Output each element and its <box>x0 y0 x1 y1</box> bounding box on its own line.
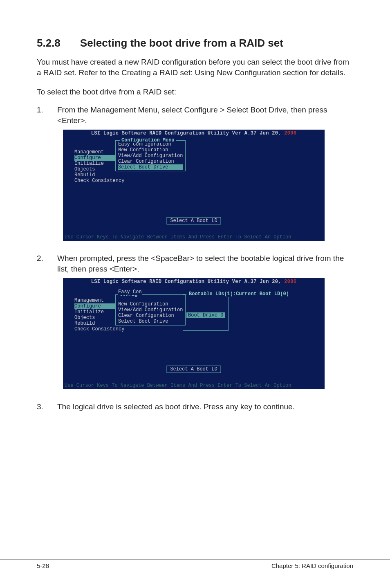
lead-paragraph: To select the boot drive from a RAID set… <box>37 87 353 97</box>
boot-panel-title: Bootable LDs(1):Current Boot LD(0) <box>187 291 291 297</box>
cfg-item-clear[interactable]: Clear Configuration <box>118 313 183 319</box>
bios-title-year: 2006 <box>281 279 297 285</box>
mgmt-item-check-consistency[interactable]: Check Consistency <box>74 178 124 184</box>
bootable-lds-panel: Bootable LDs(1):Current Boot LD(0) Boot … <box>183 294 229 331</box>
cfg-item-viewadd[interactable]: View/Add Configuration <box>118 307 183 313</box>
cfg-item-viewadd[interactable]: View/Add Configuration <box>118 153 183 159</box>
intro-paragraph: You must have created a new RAID configu… <box>37 57 353 78</box>
step-text: From the Management Menu, select Configu… <box>57 105 353 126</box>
cfg-item-new[interactable]: New Configuration <box>118 301 183 307</box>
cfg-item-clear[interactable]: Clear Configuration <box>118 159 183 164</box>
configuration-menu: Config Easy Con Bootable LDs(1):Current … <box>115 294 186 325</box>
bios-title-year: 2006 <box>281 130 297 136</box>
step-number: 2. <box>37 253 46 274</box>
boot-drive-0[interactable]: Boot Drive 0 <box>186 312 225 318</box>
bios-canvas: Management Configure Initialize Objects … <box>63 285 325 383</box>
step-number: 1. <box>37 105 46 126</box>
step-2: 2. When prompted, press the <SpaceBar> t… <box>37 253 353 274</box>
bios-screenshot-2: LSI Logic Software RAID Configuration Ut… <box>63 278 325 389</box>
bios-help-bar: Use Cursor Keys To Navigate Between Item… <box>63 383 325 389</box>
bios-status-box: Select A Boot LD <box>166 366 221 373</box>
steps-list-cont2: 3. The logical drive is selected as boot… <box>37 402 353 412</box>
bios-screenshot-1: LSI Logic Software RAID Configuration Ut… <box>63 130 325 241</box>
configuration-menu: Configuration Menu Easy Configuration Ne… <box>115 140 186 171</box>
config-menu-title: Configuration Menu <box>120 137 176 143</box>
step-text: The logical drive is selected as boot dr… <box>57 402 353 412</box>
step-text: When prompted, press the <SpaceBar> to s… <box>57 253 353 274</box>
step-1: 1. From the Management Menu, select Conf… <box>37 105 353 126</box>
bios-help-bar: Use Cursor Keys To Navigate Between Item… <box>63 234 325 241</box>
cfg-item-new[interactable]: New Configuration <box>118 147 183 153</box>
bios-title-main: LSI Logic Software RAID Configuration Ut… <box>91 279 281 285</box>
step-number: 3. <box>37 402 46 412</box>
bios-window: LSI Logic Software RAID Configuration Ut… <box>63 278 325 389</box>
mgmt-item-rebuild[interactable]: Rebuild <box>74 172 124 178</box>
bios-status-box: Select A Boot LD <box>166 217 221 224</box>
section-title: Selecting the boot drive from a RAID set <box>80 37 283 49</box>
bios-window: LSI Logic Software RAID Configuration Ut… <box>63 130 325 241</box>
bios-title: LSI Logic Software RAID Configuration Ut… <box>63 278 325 285</box>
document-page: 5.2.8 Selecting the boot drive from a RA… <box>0 0 390 588</box>
section-number: 5.2.8 <box>37 37 61 49</box>
page-footer: 5-28 Chapter 5: RAID configuration <box>0 559 390 569</box>
cfg-item-select-boot[interactable]: Select Boot Drive <box>118 164 183 170</box>
section-heading: 5.2.8 Selecting the boot drive from a RA… <box>37 37 353 49</box>
mgmt-item-check-consistency[interactable]: Check Consistency <box>74 326 124 332</box>
cfg-item-select-boot[interactable]: Select Boot Drive <box>118 319 183 324</box>
page-number: 5-28 <box>37 562 49 569</box>
bios-title: LSI Logic Software RAID Configuration Ut… <box>63 130 325 137</box>
step-3: 3. The logical drive is selected as boot… <box>37 402 353 412</box>
chapter-label: Chapter 5: RAID configuration <box>271 562 353 569</box>
cfg-item-easy-trunc[interactable]: Easy Con <box>118 289 142 295</box>
steps-list: 1. From the Management Menu, select Conf… <box>37 105 353 126</box>
bios-title-main: LSI Logic Software RAID Configuration Ut… <box>91 130 281 136</box>
bios-canvas: Management Configure Initialize Objects … <box>63 137 325 234</box>
steps-list-cont: 2. When prompted, press the <SpaceBar> t… <box>37 253 353 274</box>
